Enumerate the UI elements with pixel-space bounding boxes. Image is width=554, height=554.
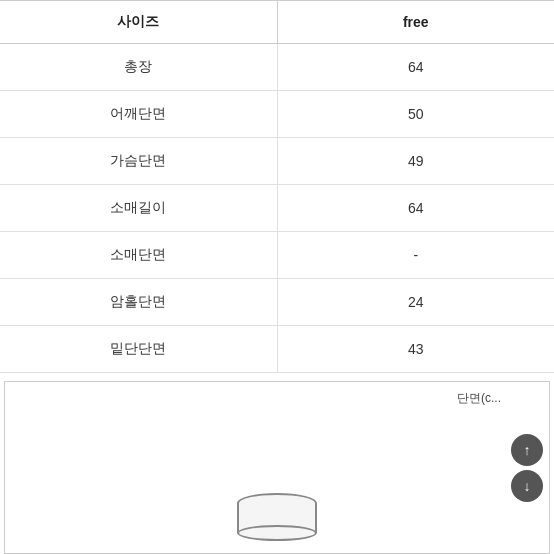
main-container: 사이즈 free 총장64어깨단면50가슴단면49소매길이64소매단면-암홀단면… <box>0 0 554 554</box>
cylinder-shape <box>237 493 317 533</box>
scroll-buttons: ↑ ↓ <box>511 434 543 502</box>
row-value: 43 <box>277 326 554 373</box>
scroll-up-button[interactable]: ↑ <box>511 434 543 466</box>
row-label: 소매단면 <box>0 232 277 279</box>
table-row: 어깨단면50 <box>0 91 554 138</box>
header-free-col: free <box>277 1 554 44</box>
table-row: 암홀단면24 <box>0 279 554 326</box>
table-row: 가슴단면49 <box>0 138 554 185</box>
image-label: 단면(c... <box>457 390 501 407</box>
row-label: 총장 <box>0 44 277 91</box>
table-row: 밑단단면43 <box>0 326 554 373</box>
row-label: 가슴단면 <box>0 138 277 185</box>
cylinder-bottom <box>237 525 317 541</box>
table-header-row: 사이즈 free <box>0 1 554 44</box>
table-row: 소매단면- <box>0 232 554 279</box>
image-section: 단면(c... ↑ ↓ <box>4 381 550 554</box>
row-value: 50 <box>277 91 554 138</box>
row-value: - <box>277 232 554 279</box>
row-value: 24 <box>277 279 554 326</box>
row-value: 64 <box>277 185 554 232</box>
row-label: 소매길이 <box>0 185 277 232</box>
size-table-section: 사이즈 free 총장64어깨단면50가슴단면49소매길이64소매단면-암홀단면… <box>0 0 554 373</box>
row-value: 64 <box>277 44 554 91</box>
row-label: 어깨단면 <box>0 91 277 138</box>
row-label: 밑단단면 <box>0 326 277 373</box>
table-row: 소매길이64 <box>0 185 554 232</box>
header-size-col: 사이즈 <box>0 1 277 44</box>
table-row: 총장64 <box>0 44 554 91</box>
size-table: 사이즈 free 총장64어깨단면50가슴단면49소매길이64소매단면-암홀단면… <box>0 0 554 373</box>
row-value: 49 <box>277 138 554 185</box>
scroll-down-button[interactable]: ↓ <box>511 470 543 502</box>
cylinder-illustration <box>237 493 317 533</box>
row-label: 암홀단면 <box>0 279 277 326</box>
